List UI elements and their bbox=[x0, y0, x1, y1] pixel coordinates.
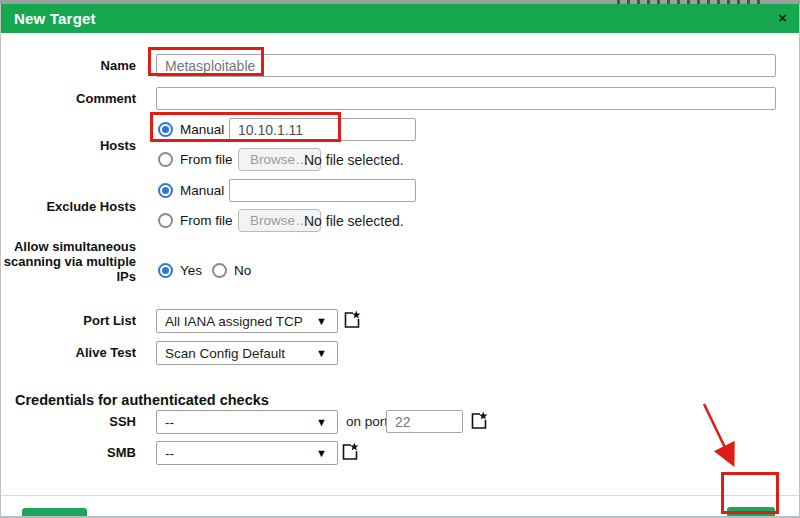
hosts-fromfile-radio-label: From file bbox=[180, 152, 233, 167]
chevron-down-icon: ▼ bbox=[316, 315, 327, 327]
new-ssh-credential-icon[interactable] bbox=[470, 411, 488, 430]
simultaneous-yes-radio[interactable] bbox=[158, 263, 173, 278]
exclude-manual-input[interactable] bbox=[229, 179, 416, 202]
comment-label: Comment bbox=[1, 87, 146, 110]
chevron-down-icon: ▼ bbox=[316, 447, 327, 459]
hosts-label: Hosts bbox=[1, 134, 146, 157]
smb-label: SMB bbox=[1, 441, 146, 464]
new-smb-credential-icon[interactable] bbox=[341, 442, 359, 461]
hosts-manual-radio[interactable] bbox=[158, 122, 173, 137]
dialog-title: New Target bbox=[14, 10, 96, 27]
exclude-manual-radio[interactable] bbox=[158, 183, 173, 198]
name-input[interactable] bbox=[156, 54, 776, 77]
hosts-no-file-text: No file selected. bbox=[304, 152, 404, 168]
dialog-header[interactable]: New Target × bbox=[1, 4, 799, 33]
dialog-footer: Cancel Save bbox=[1, 495, 799, 518]
close-icon[interactable]: × bbox=[778, 9, 787, 27]
exclude-fromfile-radio[interactable] bbox=[158, 213, 173, 228]
smb-credential-select[interactable]: -- ▼ bbox=[156, 441, 338, 465]
simultaneous-no-radio[interactable] bbox=[212, 263, 227, 278]
ssh-label: SSH bbox=[1, 410, 146, 433]
hosts-fromfile-radio[interactable] bbox=[158, 152, 173, 167]
radio-dot bbox=[162, 187, 169, 194]
new-port-list-icon[interactable] bbox=[343, 310, 361, 329]
alive-test-select[interactable]: Scan Config Default ▼ bbox=[156, 341, 338, 365]
credentials-heading: Credentials for authenticated checks bbox=[15, 392, 269, 408]
chevron-down-icon: ▼ bbox=[316, 416, 327, 428]
exclude-hosts-label: Exclude Hosts bbox=[1, 195, 146, 218]
exclude-no-file-text: No file selected. bbox=[304, 213, 404, 229]
smb-selected-value: -- bbox=[165, 446, 174, 461]
port-list-label: Port List bbox=[1, 309, 146, 332]
exclude-manual-radio-label: Manual bbox=[180, 183, 224, 198]
exclude-fromfile-radio-label: From file bbox=[180, 213, 233, 228]
hosts-manual-input[interactable] bbox=[229, 118, 416, 141]
ssh-selected-value: -- bbox=[165, 415, 174, 430]
new-target-dialog: New Target × Name Comment Hosts Manual F… bbox=[0, 4, 800, 516]
name-label: Name bbox=[1, 54, 146, 77]
simultaneous-label: Allow simultaneous scanning via multiple… bbox=[1, 239, 146, 284]
hosts-manual-radio-label: Manual bbox=[180, 122, 224, 137]
dialog-body: Name Comment Hosts Manual From file Brow… bbox=[1, 33, 799, 516]
simultaneous-no-label: No bbox=[234, 263, 251, 278]
radio-dot bbox=[162, 126, 169, 133]
simultaneous-yes-label: Yes bbox=[180, 263, 202, 278]
chevron-down-icon: ▼ bbox=[316, 347, 327, 359]
port-list-selected-value: All IANA assigned TCP bbox=[165, 314, 303, 329]
radio-dot bbox=[162, 267, 169, 274]
ssh-credential-select[interactable]: -- ▼ bbox=[156, 410, 338, 434]
alive-test-selected-value: Scan Config Default bbox=[165, 346, 285, 361]
ssh-on-port-label: on port bbox=[346, 414, 388, 429]
port-list-select[interactable]: All IANA assigned TCP ▼ bbox=[156, 309, 338, 333]
ssh-port-input[interactable] bbox=[386, 410, 463, 433]
comment-input[interactable] bbox=[156, 87, 776, 110]
alive-test-label: Alive Test bbox=[1, 341, 146, 364]
